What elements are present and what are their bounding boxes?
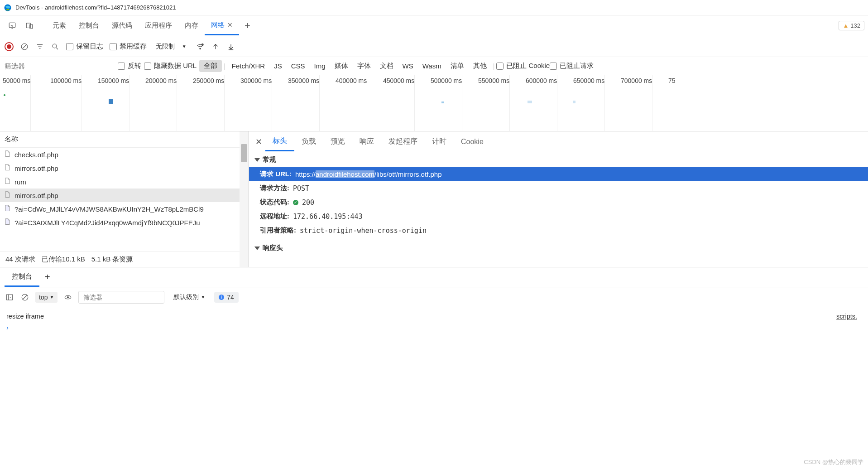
download-icon[interactable] <box>226 42 235 51</box>
network-conditions-icon[interactable] <box>196 42 205 51</box>
blocked-requests-checkbox[interactable]: 已阻止请求 <box>550 62 594 70</box>
dtab-headers[interactable]: 标头 <box>265 132 294 151</box>
request-row[interactable]: ?ai=C3AtXMJlLY4CqMd2Jid4Pxqq0wAmdjYf9bNC… <box>0 216 249 229</box>
upload-icon[interactable] <box>211 42 220 51</box>
context-select[interactable]: top▼ <box>35 292 58 303</box>
timeline-tick: 650000 ms <box>571 75 605 131</box>
dtab-initiator[interactable]: 发起程序 <box>381 132 425 151</box>
request-detail-pane: ✕ 标头 负载 预览 响应 发起程序 计时 Cookie 常规 请求 URL: … <box>249 131 868 267</box>
filter-bar: 反转 隐藏数据 URL 全部 | Fetch/XHR JS CSS Img 媒体… <box>0 57 868 75</box>
dtab-response[interactable]: 响应 <box>352 132 381 151</box>
timeline-tick: 250000 ms <box>190 75 225 131</box>
request-row[interactable]: checks.otf.php <box>0 148 249 161</box>
type-pill-js[interactable]: JS <box>269 60 287 72</box>
vertical-scrollbar[interactable] <box>240 131 249 267</box>
clear-console-icon[interactable] <box>20 292 30 302</box>
device-toggle-icon[interactable] <box>24 21 34 31</box>
dtab-cookies[interactable]: Cookie <box>454 133 491 150</box>
request-row[interactable]: rum <box>0 175 249 189</box>
timeline-tick: 500000 ms <box>428 75 462 131</box>
status-ok-icon: ✓ <box>293 200 298 205</box>
triangle-down-icon <box>254 158 260 162</box>
dtab-payload[interactable]: 负载 <box>294 132 323 151</box>
tab-network[interactable]: 网络✕ <box>205 16 239 35</box>
section-general[interactable]: 常规 <box>249 152 868 167</box>
type-pill-ws[interactable]: WS <box>398 60 418 72</box>
throttle-select[interactable]: 无限制 ▼ <box>153 41 189 53</box>
console-toolbar: top▼ 默认级别▼ i74 <box>0 287 868 307</box>
section-response-headers[interactable]: 响应头 <box>249 237 868 256</box>
log-level-select[interactable]: 默认级别▼ <box>170 291 209 303</box>
filter-input[interactable] <box>0 60 118 72</box>
blocked-cookies-checkbox[interactable]: 已阻止 Cookie <box>496 62 550 70</box>
row-referrer-policy[interactable]: 引用者策略:strict-origin-when-cross-origin <box>249 223 868 237</box>
type-pill-doc[interactable]: 文档 <box>375 60 398 72</box>
timeline-tick: 550000 ms <box>475 75 510 131</box>
drawer-tab-console[interactable]: 控制台 <box>5 268 39 287</box>
tab-application[interactable]: 应用程序 <box>139 17 178 34</box>
request-row[interactable]: mirrors.otf.php <box>0 189 249 202</box>
record-button[interactable] <box>5 42 14 51</box>
svg-point-6 <box>200 48 201 49</box>
timeline-tick: 700000 ms <box>618 75 652 131</box>
console-prompt[interactable]: › <box>6 322 862 333</box>
tab-console[interactable]: 控制台 <box>72 17 106 34</box>
type-pill-media[interactable]: 媒体 <box>330 60 353 72</box>
request-row[interactable]: mirrors.otf.php <box>0 161 249 175</box>
timeline-marker <box>528 101 532 103</box>
timeline-overview[interactable]: 50000 ms 100000 ms 150000 ms 200000 ms 2… <box>0 75 868 131</box>
svg-point-11 <box>67 296 69 298</box>
timeline-tick: 75 <box>666 75 676 131</box>
row-status-code[interactable]: 状态代码: ✓ 200 <box>249 195 868 209</box>
timeline-tick: 50000 ms <box>0 75 31 131</box>
inspect-element-icon[interactable] <box>7 21 17 31</box>
console-message-row[interactable]: resize iframe scripts. <box>6 311 862 322</box>
close-detail-icon[interactable]: ✕ <box>252 137 265 147</box>
request-list-pane: 名称 checks.otf.php mirrors.otf.php rum mi… <box>0 131 249 267</box>
console-sidebar-icon[interactable] <box>5 292 14 302</box>
type-pill-all[interactable]: 全部 <box>199 60 222 72</box>
clear-icon[interactable] <box>20 42 29 51</box>
close-tab-icon[interactable]: ✕ <box>227 21 233 29</box>
invert-checkbox[interactable]: 反转 <box>118 62 141 70</box>
type-pill-css[interactable]: CSS <box>287 60 310 72</box>
disable-cache-checkbox[interactable]: 禁用缓存 <box>110 42 147 51</box>
hide-data-url-checkbox[interactable]: 隐藏数据 URL <box>144 62 197 70</box>
triangle-down-icon <box>254 247 260 250</box>
timeline-marker <box>4 94 5 96</box>
file-icon <box>5 178 11 186</box>
file-icon <box>5 150 11 159</box>
issues-badge[interactable]: i74 <box>214 292 239 303</box>
tab-elements[interactable]: 元素 <box>46 17 72 34</box>
row-request-url[interactable]: 请求 URL: https://androidfilehost.com/libs… <box>249 167 868 181</box>
message-source-link[interactable]: scripts. <box>836 313 862 320</box>
dtab-timing[interactable]: 计时 <box>425 132 454 151</box>
search-icon[interactable] <box>51 42 60 51</box>
timeline-tick: 300000 ms <box>238 75 272 131</box>
request-row[interactable]: ?ai=CdWc_MJlLY4vVMJWS8AKBwKUInY2H_WzT8pL… <box>0 202 249 216</box>
type-pill-manifest[interactable]: 清单 <box>446 60 469 72</box>
warnings-badge[interactable]: ▲132 <box>839 21 864 30</box>
network-toolbar: 保留日志 禁用缓存 无限制 ▼ <box>0 36 868 57</box>
row-request-method[interactable]: 请求方法:POST <box>249 181 868 195</box>
filter-icon[interactable] <box>35 42 44 51</box>
drawer-add-tab-button[interactable]: + <box>39 272 56 282</box>
tab-sources[interactable]: 源代码 <box>106 17 139 34</box>
file-icon <box>5 164 11 172</box>
type-pill-font[interactable]: 字体 <box>353 60 375 72</box>
type-pill-wasm[interactable]: Wasm <box>418 60 446 72</box>
type-pill-other[interactable]: 其他 <box>469 60 491 72</box>
add-tab-button[interactable]: + <box>239 20 256 32</box>
preserve-log-checkbox[interactable]: 保留日志 <box>66 42 103 51</box>
row-remote-address[interactable]: 远程地址:172.66.40.195:443 <box>249 209 868 223</box>
svg-point-5 <box>53 44 57 48</box>
type-pill-fetch[interactable]: Fetch/XHR <box>227 60 269 72</box>
request-summary: 44 次请求 已传输10.1 kB 5.1 kB 条资源 <box>0 251 249 267</box>
tab-memory[interactable]: 内存 <box>178 17 205 34</box>
timeline-marker <box>573 101 575 103</box>
console-filter-input[interactable] <box>78 291 164 304</box>
live-expression-icon[interactable] <box>63 292 73 302</box>
type-pill-img[interactable]: Img <box>310 60 330 72</box>
list-header-name[interactable]: 名称 <box>0 131 249 148</box>
dtab-preview[interactable]: 预览 <box>323 132 352 151</box>
